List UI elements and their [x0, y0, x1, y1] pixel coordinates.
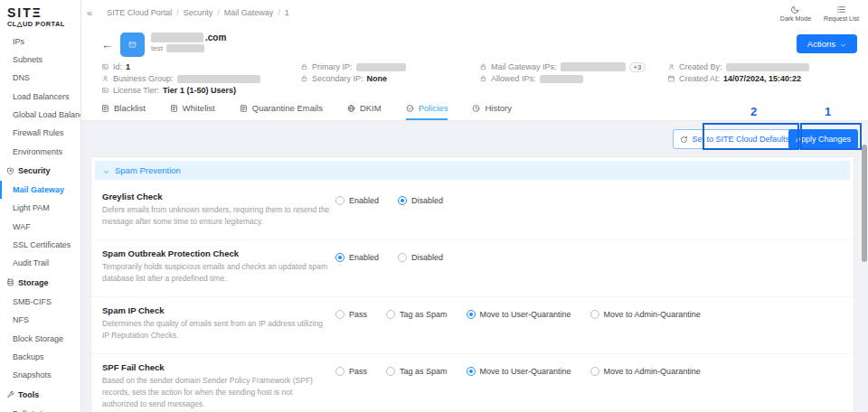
- radio-pass[interactable]: Pass: [335, 367, 367, 376]
- breadcrumb-item-1[interactable]: 1: [285, 8, 289, 17]
- radio-disabled[interactable]: Disabled: [398, 196, 443, 205]
- back-arrow-icon[interactable]: ←: [101, 38, 113, 52]
- radio-move-to-admin-quarantine[interactable]: Move to Admin-Quarantine: [590, 367, 701, 376]
- topbar-actions: Dark Mode Request List: [780, 5, 859, 22]
- radio-move-to-user-quarantine[interactable]: Move to User-Quarantine: [467, 367, 571, 376]
- primary-ip-label: Primary IP:: [312, 62, 353, 71]
- sidebar-item-nfs[interactable]: NFS: [0, 311, 80, 329]
- envelope-icon: [128, 38, 137, 52]
- list-icon: [170, 104, 178, 113]
- apply-changes-button[interactable]: Apply Changes: [788, 129, 858, 149]
- gateway-details: Id: 1 Business Group: License Tier: Tier…: [101, 62, 857, 95]
- dark-mode-toggle[interactable]: Dark Mode: [780, 5, 811, 22]
- tab-policies[interactable]: Policies: [406, 98, 448, 120]
- radio-selected-icon[interactable]: [335, 253, 344, 262]
- chevron-down-icon: [103, 167, 109, 173]
- request-list-icon: [836, 5, 846, 14]
- tab-label: History: [485, 103, 512, 113]
- sidebar-item-mail-gateway[interactable]: Mail Gateway: [0, 181, 80, 199]
- audit-icon: [406, 104, 414, 113]
- lock-icon: [479, 75, 487, 82]
- sidebar-item-subnets[interactable]: Subnets: [0, 51, 80, 69]
- radio-unselected-icon[interactable]: [386, 310, 395, 319]
- sidebar-item-ips[interactable]: IPs: [0, 33, 80, 51]
- sidebar-item-light-pam[interactable]: Light PAM: [0, 199, 80, 217]
- app-logo: SITΞ CL△UD PORTAL: [0, 0, 80, 33]
- breadcrumb-separator: /: [278, 8, 280, 17]
- breadcrumb-item-mail-gateway[interactable]: Mail Gateway: [224, 8, 274, 17]
- radio-enabled[interactable]: Enabled: [335, 253, 379, 262]
- policy-description: Based on the sender domain Sender Policy…: [102, 375, 330, 409]
- radio-unselected-icon[interactable]: [386, 367, 395, 376]
- sidebar-item-bulk-actions[interactable]: Bulk Actions: [0, 405, 80, 412]
- tools-icon: [6, 390, 14, 398]
- radio-selected-icon[interactable]: [467, 367, 476, 376]
- set-defaults-label: Set to SITE Cloud Defaults: [692, 135, 789, 144]
- radio-unselected-icon[interactable]: [335, 196, 344, 205]
- actions-label: Actions: [807, 39, 835, 49]
- sidebar-label: Backups: [13, 352, 44, 361]
- sidebar-item-block-storage[interactable]: Block Storage: [0, 330, 80, 348]
- breadcrumb-item-site-cloud-portal[interactable]: SITE Cloud Portal: [107, 8, 172, 17]
- radio-pass[interactable]: Pass: [335, 310, 367, 319]
- radio-unselected-icon[interactable]: [335, 310, 344, 319]
- policy-info: Spam Outbreak Protection CheckTemporaril…: [102, 248, 335, 296]
- sidebar-item-ssl-certificates[interactable]: SSL Certificates: [0, 236, 80, 254]
- tab-dkim[interactable]: DKIM: [347, 98, 382, 120]
- sidebar-item-snapshots[interactable]: Snapshots: [0, 366, 80, 384]
- request-list-label: Request List: [824, 15, 859, 22]
- tab-label: Whitelist: [183, 103, 215, 113]
- sidebar-item-firewall-rules[interactable]: Firewall Rules: [0, 124, 80, 142]
- radio-selected-icon[interactable]: [398, 196, 407, 205]
- actions-button[interactable]: Actions: [797, 34, 857, 53]
- sidebar-section-storage[interactable]: Storage: [0, 273, 80, 293]
- detail-primary-ip: Primary IP:: [300, 62, 479, 71]
- tab-label: DKIM: [360, 103, 382, 113]
- radio-tag-as-spam[interactable]: Tag as Spam: [386, 310, 448, 319]
- sidebar-label: WAF: [13, 222, 31, 231]
- created-by-label: Created By:: [679, 62, 722, 71]
- sidebar-item-environments[interactable]: Environments: [0, 143, 80, 161]
- radio-unselected-icon[interactable]: [398, 253, 407, 262]
- business-group-label: Business Group:: [113, 74, 174, 83]
- id-card-icon: [101, 63, 109, 70]
- sidebar-label: Snapshots: [13, 370, 52, 379]
- sidebar-item-smb-cifs[interactable]: SMB-CIFS: [0, 293, 80, 311]
- sidebar-label: DNS: [13, 73, 30, 82]
- list-icon: [101, 104, 109, 113]
- radio-label: Tag as Spam: [400, 310, 448, 319]
- policy-info: Greylist CheckDefers emails from unknown…: [102, 192, 335, 239]
- set-defaults-button[interactable]: Set to SITE Cloud Defaults: [673, 129, 797, 149]
- radio-unselected-icon[interactable]: [335, 367, 344, 376]
- radio-enabled[interactable]: Enabled: [335, 196, 379, 205]
- sidebar-section-tools[interactable]: Tools: [0, 385, 80, 405]
- tab-quarantine-emails[interactable]: Quarantine Emails: [240, 98, 323, 120]
- sidebar-item-dns[interactable]: DNS: [0, 69, 80, 87]
- tab-history[interactable]: History: [472, 98, 512, 120]
- created-at-value: 14/07/2024, 15:40:22: [723, 74, 801, 83]
- radio-move-to-admin-quarantine[interactable]: Move to Admin-Quarantine: [590, 310, 701, 319]
- sidebar-item-backups[interactable]: Backups: [0, 348, 80, 366]
- radio-unselected-icon[interactable]: [590, 310, 599, 319]
- sidebar-item-waf[interactable]: WAF: [0, 218, 80, 236]
- radio-unselected-icon[interactable]: [590, 367, 599, 376]
- radio-selected-icon[interactable]: [467, 310, 476, 319]
- tab-whitelist[interactable]: Whitelist: [170, 98, 215, 120]
- radio-disabled[interactable]: Disabled: [398, 253, 443, 262]
- tab-blacklist[interactable]: Blacklist: [101, 98, 146, 120]
- sidebar-collapse-icon[interactable]: «: [87, 7, 92, 18]
- sidebar-item-global-load-balancers[interactable]: Global Load Balancers: [0, 106, 80, 124]
- sidebar-section-security[interactable]: Security: [0, 161, 80, 181]
- request-list-button[interactable]: Request List: [824, 5, 859, 22]
- sidebar-item-audit-trail[interactable]: Audit Trail: [0, 254, 80, 272]
- redacted-subtitle: [166, 44, 204, 52]
- breadcrumb-item-security[interactable]: Security: [184, 8, 213, 17]
- section-spam-prevention[interactable]: Spam Prevention: [95, 161, 850, 180]
- sidebar-item-load-balancers[interactable]: Load Balancers: [0, 88, 80, 106]
- radio-tag-as-spam[interactable]: Tag as Spam: [386, 367, 448, 376]
- vertical-scrollbar[interactable]: [862, 145, 867, 262]
- policy-description: Defers emails from unknown senders, requ…: [102, 204, 330, 228]
- policy-row-spf-fail-check: SPF Fail CheckBased on the sender domain…: [91, 354, 854, 411]
- radio-move-to-user-quarantine[interactable]: Move to User-Quarantine: [467, 310, 571, 319]
- gateway-ips-more-badge[interactable]: +3: [629, 62, 646, 72]
